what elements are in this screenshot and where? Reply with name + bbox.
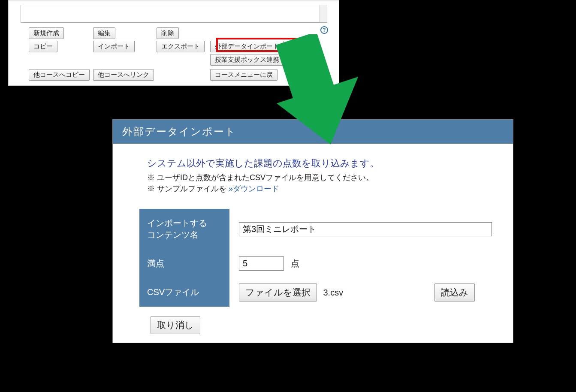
- description-bullet-1: ※ ユーザIDと点数が含まれたCSVファイルを用意してください。: [147, 172, 504, 183]
- description-bullet-2: ※ サンプルファイルを »ダウンロード: [147, 183, 504, 194]
- new-button[interactable]: 新規作成: [29, 27, 64, 39]
- link-to-other-course-button[interactable]: 他コースへリンク: [93, 69, 154, 81]
- import-form: インポートする コンテンツ名 満点 点 CSVファイル ファイルを選択 3.cs…: [139, 209, 501, 307]
- max-points-input[interactable]: [239, 256, 284, 271]
- max-points-label: 満点: [139, 249, 229, 278]
- file-select-button[interactable]: ファイルを選択: [239, 283, 317, 302]
- help-icon[interactable]: ?: [320, 26, 328, 34]
- delete-button[interactable]: 削除: [157, 27, 179, 39]
- copy-button[interactable]: コピー: [29, 41, 57, 52]
- content-name-label-line2: コンテンツ名: [147, 230, 199, 239]
- content-name-label-line1: インポートする: [147, 218, 207, 228]
- download-link[interactable]: »ダウンロード: [229, 184, 279, 193]
- external-import-panel: 外部データインポート システム以外で実施した課題の点数を取り込みます。 ※ ユー…: [112, 119, 513, 343]
- bullet2-prefix: ※ サンプルファイルを: [147, 184, 229, 193]
- description-main: システム以外で実施した課題の点数を取り込みます。: [147, 157, 504, 170]
- class-support-box-button[interactable]: 授業支援ボックス連携: [210, 54, 284, 66]
- svg-marker-0: [274, 34, 360, 146]
- external-import-button[interactable]: 外部データインポート: [210, 41, 284, 52]
- import-button[interactable]: インポート: [93, 41, 135, 52]
- description-area: システム以外で実施した課題の点数を取り込みます。 ※ ユーザIDと点数が含まれた…: [113, 144, 513, 205]
- csv-file-label: CSVファイル: [139, 278, 229, 307]
- copy-to-other-course-button[interactable]: 他コースへコピー: [29, 69, 90, 81]
- content-name-input[interactable]: [239, 222, 492, 236]
- course-menu-button[interactable]: コースメニューに戻: [210, 69, 277, 81]
- download-link-text: ダウンロード: [233, 184, 279, 193]
- cancel-button[interactable]: 取り消し: [151, 316, 200, 334]
- cancel-row: 取り消し: [151, 316, 513, 334]
- list-area: [21, 5, 327, 23]
- edit-button[interactable]: 編集: [93, 27, 115, 39]
- content-name-label: インポートする コンテンツ名: [139, 209, 229, 249]
- arrow-icon: [274, 34, 360, 146]
- points-suffix: 点: [291, 259, 299, 268]
- export-button[interactable]: エクスポート: [157, 41, 205, 52]
- selected-file-name: 3.csv: [323, 288, 343, 297]
- load-button[interactable]: 読込み: [434, 283, 475, 302]
- download-arrow-icon: »: [229, 184, 233, 193]
